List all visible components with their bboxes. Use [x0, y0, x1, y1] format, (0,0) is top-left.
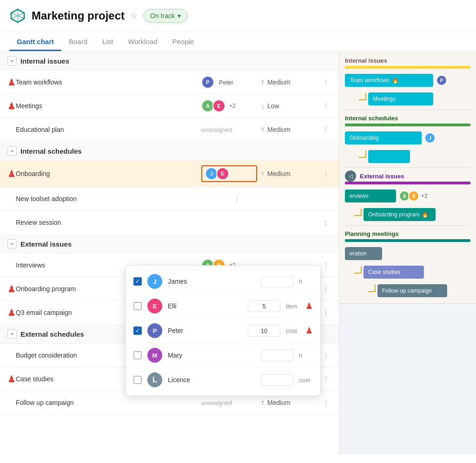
tab-board[interactable]: Board: [61, 32, 95, 51]
gantt-avatar-group: J: [424, 132, 436, 143]
tab-workload[interactable]: Workload: [120, 32, 165, 51]
cost-input-licence[interactable]: [261, 374, 293, 386]
status-badge[interactable]: On track ▾: [143, 9, 188, 23]
priority-label: Medium: [267, 170, 291, 177]
tab-list[interactable]: List: [95, 32, 120, 51]
checkbox-mary[interactable]: [133, 351, 142, 359]
project-title: Marketing project: [32, 9, 125, 22]
checkbox-james[interactable]: ✓: [133, 277, 142, 286]
assignee-cell: unassigned: [201, 399, 257, 406]
avatar: E: [212, 99, 225, 112]
gantt-bar-onboarding: Onboarding: [345, 131, 422, 144]
unit-label: cost: [286, 327, 300, 334]
main-content: − Internal issues ♟ Team workflows P Pet…: [0, 52, 476, 454]
unit-label: cost: [299, 377, 313, 384]
person-icon: ♟: [7, 283, 16, 294]
tab-people[interactable]: People: [165, 32, 201, 51]
collapse-internal-schedules-btn[interactable]: −: [7, 146, 17, 156]
assignee-cell[interactable]: J E: [201, 165, 257, 182]
person-indicator-icon: ♟: [305, 301, 313, 311]
hours-input-james[interactable]: [261, 276, 293, 287]
task-name: Review session: [16, 219, 198, 226]
section-external-schedules-label: External schedules: [20, 330, 84, 338]
dropdown-item[interactable]: L Licence cost: [126, 368, 320, 392]
task-row: Educational plan unassigned ↑ Medium ⋮: [0, 118, 339, 142]
checkbox-elli[interactable]: [133, 302, 142, 310]
gantt-row-toolset: [345, 148, 470, 165]
dropdown-item[interactable]: ✓ J James h: [126, 269, 320, 294]
hours-input-mary[interactable]: [261, 350, 293, 361]
checkbox-licence[interactable]: [133, 376, 142, 384]
dropdown-item[interactable]: M Mary h: [126, 343, 320, 368]
collapse-external-issues-btn[interactable]: −: [7, 239, 17, 248]
gantt-bar-onboarding-program: Onboarding program 🔥: [364, 208, 436, 221]
person-name: James: [168, 278, 255, 285]
section-external-issues-label: External issues: [20, 240, 72, 248]
priority-label: Medium: [267, 78, 291, 86]
priority-up-icon: ↑: [261, 170, 264, 178]
gantt-avatar: J: [424, 132, 436, 143]
more-options-btn[interactable]: ⋮: [320, 126, 331, 133]
task-name: Onboarding: [16, 170, 198, 177]
extra-count: +2: [421, 193, 428, 199]
assignee-cell: A E +2: [201, 99, 257, 112]
gantt-bar-internal-sched-header: [345, 124, 470, 126]
value-input-peter[interactable]: [248, 325, 280, 337]
dropdown-item[interactable]: E Elli item ♟: [126, 294, 320, 319]
more-options-btn[interactable]: ⋮: [231, 195, 243, 202]
gantt-row-case-studies: Case studies: [345, 263, 470, 281]
unit-label: h: [299, 278, 313, 285]
gantt-panel: Internal issues Team workflows 🔥 P Meeti…: [339, 52, 476, 454]
value-input-elli[interactable]: [248, 300, 280, 312]
dropdown-item[interactable]: ✓ P Peter cost ♟: [126, 319, 320, 343]
gantt-bar-toolset: [368, 150, 410, 163]
avatar-peter: P: [147, 323, 162, 338]
more-options-btn[interactable]: ⋮: [320, 352, 331, 359]
fire-icon: 🔥: [392, 77, 399, 84]
chevron-down-icon: ▾: [178, 12, 181, 20]
more-options-btn[interactable]: ⋮: [320, 170, 331, 177]
checkbox-peter[interactable]: ✓: [133, 326, 142, 335]
task-name: Team workflows: [16, 78, 198, 86]
more-options-btn[interactable]: ⋮: [320, 78, 331, 86]
task-row: ♟ Onboarding J E ↑ Medium ⋮: [0, 161, 339, 187]
more-options-btn[interactable]: ⋮: [320, 399, 331, 406]
gantt-row-interviews: erviews A B +2: [345, 187, 470, 205]
favorite-star-icon[interactable]: ☆: [130, 11, 138, 21]
connector-line: [359, 93, 366, 100]
extra-count: +2: [229, 103, 236, 109]
priority-label: Medium: [267, 126, 291, 133]
priority-label: Low: [267, 102, 279, 110]
person-icon: ♟: [7, 307, 16, 318]
collapse-external-schedules-btn[interactable]: −: [7, 329, 17, 339]
more-options-btn[interactable]: ⋮: [320, 285, 331, 293]
more-options-btn[interactable]: ⋮: [320, 219, 331, 226]
gantt-row-team-workflows: Team workflows 🔥 P: [345, 72, 470, 89]
gantt-bar-team-workflows: Team workflows 🔥: [345, 74, 433, 87]
section-external-issues: − External issues: [0, 235, 339, 254]
priority-down-icon: ↓: [261, 102, 264, 110]
gantt-avatar: B: [408, 190, 419, 202]
person-icon: ♟: [7, 168, 16, 179]
priority-cell: ↑ Medium: [261, 398, 317, 407]
gantt-bar-follow-up-campaign: Follow up campaign: [377, 284, 447, 297]
avatar-mary: M: [147, 348, 162, 363]
more-options-btn[interactable]: ⋮: [320, 102, 331, 110]
more-options-btn[interactable]: ⋮: [320, 261, 331, 269]
collapse-internal-issues-btn[interactable]: −: [7, 56, 17, 65]
avatar: P: [201, 76, 214, 89]
gantt-avatar-group: P: [436, 75, 447, 86]
tab-gantt-chart[interactable]: Gantt chart: [9, 32, 61, 51]
gantt-row-onboarding-program: Onboarding program 🔥: [345, 206, 470, 223]
more-options-btn[interactable]: ⋮: [320, 309, 331, 316]
unit-label: h: [299, 352, 313, 359]
priority-cell: ↑ Medium: [261, 170, 317, 178]
priority-cell: ↑ Medium: [261, 125, 317, 134]
assignee-name: Peter: [219, 79, 233, 86]
priority-up-icon: ↑: [261, 125, 264, 134]
gantt-back-arrow-btn[interactable]: ◁: [345, 170, 356, 182]
more-options-btn[interactable]: ⋮: [320, 375, 331, 383]
unassigned-label: unassigned: [201, 126, 232, 133]
assignee-dropdown: ✓ J James h E Elli item ♟ ✓ P Peter: [126, 265, 321, 396]
person-indicator-icon: ♟: [305, 326, 313, 336]
